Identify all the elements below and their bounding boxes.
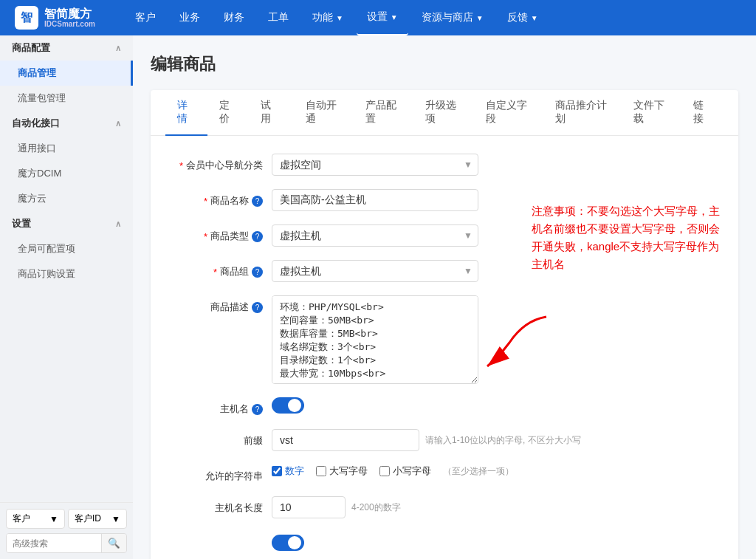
- hostname-label: 主机名 ?: [174, 397, 263, 416]
- nav-item-settings[interactable]: 设置 ▼: [357, 0, 408, 35]
- tab-bar: 详情 定价 试 用 自动开通 产品配置 升级选项 自定义字段 商品推介计划 文件…: [151, 90, 738, 136]
- allowed-chars-label: 允许的字符串: [174, 464, 263, 483]
- digit-checkbox[interactable]: [272, 466, 282, 476]
- checkbox-lower[interactable]: 小写字母: [379, 464, 431, 478]
- client-id-selector[interactable]: 客户ID ▼: [68, 509, 127, 529]
- hostname-length-label: 主机名长度: [174, 496, 263, 515]
- sidebar-item-magic-dcim[interactable]: 魔方DCIM: [0, 161, 133, 186]
- logo[interactable]: 智 智简魔方 IDCSmart.com: [15, 6, 95, 30]
- tab-link[interactable]: 链接: [681, 90, 724, 136]
- tab-promo-plan[interactable]: 商品推介计划: [543, 90, 622, 136]
- chevron-down-icon: ▼: [49, 514, 58, 524]
- hostname-toggle[interactable]: [272, 397, 304, 414]
- lower-checkbox[interactable]: [379, 466, 390, 476]
- prefix-hint: 请输入1-10位以内的字母, 不区分大小写: [425, 434, 581, 447]
- top-nav: 智 智简魔方 IDCSmart.com 客户 业务 财务 工单 功能 ▼ 设置 …: [0, 0, 756, 35]
- prefix-input[interactable]: [272, 429, 419, 451]
- tab-details[interactable]: 详情: [165, 90, 207, 136]
- required-star: *: [179, 160, 183, 171]
- chevron-up-icon: ∧: [115, 219, 121, 229]
- chevron-up-icon: ∧: [115, 119, 121, 128]
- sidebar-section-auto-interface[interactable]: 自动化接口 ∧: [0, 111, 133, 136]
- member-nav-row: * 会员中心导航分类 虚拟空间 ▼: [174, 154, 715, 176]
- hostname-length-row: 主机名长度 4-200的数字: [174, 496, 715, 518]
- allowed-chars-row: 允许的字符串 数字 大写字母 小写字母: [174, 464, 715, 483]
- checkbox-group: 数字 大写字母 小写字母 （至少选择一项）: [272, 464, 514, 478]
- info-icon[interactable]: ?: [252, 196, 263, 207]
- nav-item-feedback[interactable]: 反馈 ▼: [497, 0, 549, 35]
- checkbox-upper[interactable]: 大写字母: [316, 464, 368, 478]
- chevron-down-icon: ▼: [531, 14, 538, 22]
- member-nav-select[interactable]: 虚拟空间: [272, 154, 478, 176]
- client-id-label: 客户ID: [75, 512, 101, 525]
- callout-annotation: 注意事项：不要勾选这个大写字母，主机名前缀也不要设置大写字母，否则会开通失败，k…: [532, 202, 724, 273]
- tab-trial[interactable]: 试 用: [249, 90, 293, 136]
- sidebar-section-settings[interactable]: 设置 ∧: [0, 211, 133, 236]
- tab-product-config[interactable]: 产品配置: [354, 90, 413, 136]
- sidebar: 商品配置 ∧ 商品管理 流量包管理 自动化接口 ∧ 通用接口 魔方DCIM 魔方…: [0, 35, 133, 559]
- description-row: 商品描述 ? 环境：PHP/MYSQL<br> 空间容量：50MB<br> 数据…: [174, 295, 715, 384]
- search-input[interactable]: [7, 534, 101, 552]
- logo-main: 智简魔方: [44, 7, 95, 21]
- search-button[interactable]: 🔍: [101, 534, 126, 552]
- product-type-select[interactable]: 虚拟主机: [272, 224, 478, 247]
- info-icon[interactable]: ?: [252, 404, 263, 415]
- extra-row: [174, 532, 715, 551]
- tab-upgrade[interactable]: 升级选项: [413, 90, 473, 136]
- hostname-length-hint: 4-200的数字: [351, 501, 401, 514]
- sidebar-item-general-interface[interactable]: 通用接口: [0, 136, 133, 161]
- nav-item-finance[interactable]: 财务: [213, 0, 255, 35]
- sidebar-footer: 客户 ▼ 客户ID ▼ 🔍: [0, 502, 133, 559]
- sidebar-section-label: 自动化接口: [12, 117, 60, 130]
- callout-text: 注意事项：不要勾选这个大写字母，主机名前缀也不要设置大写字母，否则会开通失败，k…: [532, 205, 720, 270]
- sidebar-section-product-config[interactable]: 商品配置 ∧: [0, 35, 133, 61]
- info-icon[interactable]: ?: [252, 302, 263, 313]
- nav-item-client[interactable]: 客户: [125, 0, 166, 35]
- client-selector[interactable]: 客户 ▼: [6, 509, 65, 529]
- member-nav-select-wrap: 虚拟空间 ▼: [272, 154, 478, 176]
- tab-download[interactable]: 文件下载: [622, 90, 681, 136]
- upper-checkbox[interactable]: [316, 466, 326, 476]
- prefix-row: 前缀 请输入1-10位以内的字母, 不区分大小写: [174, 429, 715, 451]
- sidebar-item-traffic-management[interactable]: 流量包管理: [0, 86, 133, 111]
- checkbox-hint: （至少选择一项）: [443, 465, 514, 478]
- tab-pricing[interactable]: 定价: [207, 90, 250, 136]
- hostname-length-input[interactable]: [272, 496, 346, 518]
- nav-item-function[interactable]: 功能 ▼: [302, 0, 354, 35]
- extra-toggle[interactable]: [272, 535, 304, 551]
- info-icon[interactable]: ?: [252, 267, 263, 278]
- nav-item-resources[interactable]: 资源与商店 ▼: [411, 0, 494, 35]
- nav-item-business[interactable]: 业务: [169, 0, 210, 35]
- product-type-label: * 商品类型 ?: [174, 224, 263, 243]
- info-icon[interactable]: ?: [252, 231, 263, 242]
- client-label: 客户: [13, 512, 30, 525]
- sidebar-item-magic-cloud[interactable]: 魔方云: [0, 186, 133, 211]
- tab-auto-open[interactable]: 自动开通: [294, 90, 354, 136]
- product-name-label: * 商品名称 ?: [174, 189, 263, 208]
- member-nav-label: * 会员中心导航分类: [174, 154, 263, 172]
- chevron-down-icon: ▼: [111, 514, 120, 524]
- product-name-input[interactable]: [272, 189, 478, 211]
- page-title: 编辑商品: [151, 53, 738, 75]
- nav-item-ticket[interactable]: 工单: [258, 0, 299, 35]
- sidebar-section-label: 商品配置: [12, 41, 50, 55]
- product-group-label: * 商品组 ?: [174, 260, 263, 278]
- description-textarea[interactable]: 环境：PHP/MYSQL<br> 空间容量：50MB<br> 数据库容量：5MB…: [272, 295, 478, 384]
- tab-custom-fields[interactable]: 自定义字段: [474, 90, 543, 136]
- sidebar-section-label: 设置: [12, 217, 31, 230]
- chevron-down-icon: ▼: [391, 13, 398, 21]
- checkbox-digit[interactable]: 数字: [272, 464, 304, 478]
- prefix-label: 前缀: [174, 429, 263, 447]
- form-body: 注意事项：不要勾选这个大写字母，主机名前缀也不要设置大写字母，否则会开通失败，k…: [151, 136, 738, 559]
- sidebar-item-global-config[interactable]: 全局可配置项: [0, 236, 133, 261]
- upper-label: 大写字母: [329, 464, 368, 478]
- hostname-row: 主机名 ?: [174, 397, 715, 416]
- sidebar-item-product-management[interactable]: 商品管理: [0, 61, 133, 86]
- digit-label: 数字: [285, 464, 304, 478]
- product-group-select[interactable]: 虚拟主机: [272, 260, 478, 282]
- sidebar-item-order-settings[interactable]: 商品订购设置: [0, 261, 133, 287]
- description-label: 商品描述 ?: [174, 295, 263, 314]
- logo-sub: IDCSmart.com: [44, 20, 95, 28]
- advanced-search: 🔍: [6, 533, 127, 553]
- top-nav-menu: 客户 业务 财务 工单 功能 ▼ 设置 ▼ 资源与商店 ▼ 反馈 ▼: [125, 0, 741, 35]
